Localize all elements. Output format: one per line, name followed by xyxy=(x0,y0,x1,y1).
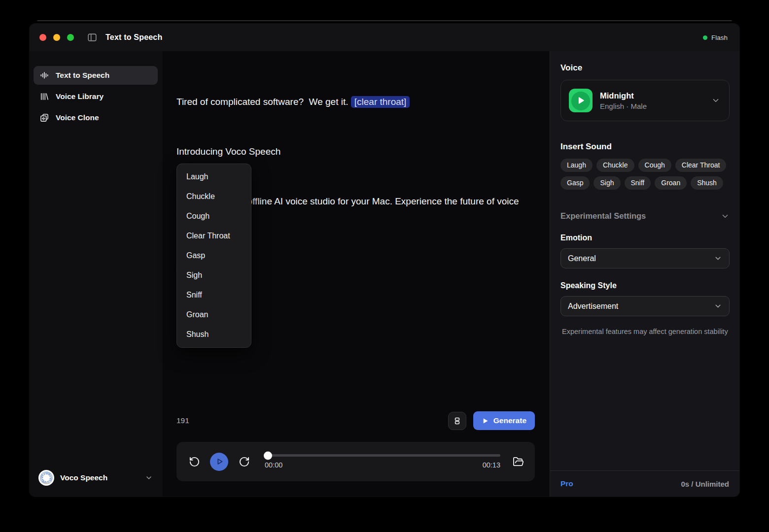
redo-audio-button[interactable] xyxy=(238,456,250,467)
reveal-file-button[interactable] xyxy=(512,456,524,467)
sidebar-item-label: Voice Clone xyxy=(56,113,99,122)
insert-sound-chip[interactable]: Chuckle xyxy=(596,159,634,172)
editor-text: Tired of complicated software? We get it… xyxy=(176,97,351,107)
app-name: Voco Speech xyxy=(60,473,107,482)
insert-sound-menu-item[interactable]: Gasp xyxy=(180,246,248,266)
generate-label: Generate xyxy=(493,416,526,425)
settings-panel: Voice Midnight English · Male Insert Sou… xyxy=(550,51,739,497)
insert-sound-chip[interactable]: Gasp xyxy=(560,176,590,190)
app-logo xyxy=(38,470,54,486)
voice-selector[interactable]: Midnight English · Male xyxy=(560,80,730,121)
insert-sound-menu-item[interactable]: Cough xyxy=(180,206,248,226)
insert-sound-menu-item[interactable]: Shush xyxy=(180,325,248,344)
insert-sound-menu-item[interactable]: Sigh xyxy=(180,266,248,285)
traffic-lights xyxy=(39,34,74,41)
total-time: 00:13 xyxy=(483,461,500,469)
time-labels: 00:00 00:13 xyxy=(265,461,500,469)
background-window-edge xyxy=(37,20,732,21)
character-count: 191 xyxy=(176,416,189,425)
library-icon xyxy=(39,92,49,101)
title-bar: Text to Speech Flash xyxy=(30,24,739,51)
insert-sound-chip[interactable]: Clear Throat xyxy=(675,159,727,172)
sidebar-item-text-to-speech[interactable]: Text to Speech xyxy=(34,66,158,85)
usage-counter: 0s / Unlimited xyxy=(681,480,729,488)
model-status: Flash xyxy=(703,34,728,41)
speaking-style-select[interactable]: Advertisement xyxy=(560,296,730,316)
insert-sound-menu-item[interactable]: Sniff xyxy=(180,285,248,305)
insert-sound-heading: Insert Sound xyxy=(560,142,730,152)
seek-thumb[interactable] xyxy=(264,451,272,460)
audio-player: 00:00 00:13 xyxy=(176,442,535,481)
editor-paragraph: Introducing Voco Speech xyxy=(176,144,535,159)
voice-name: Midnight xyxy=(600,91,647,100)
insert-sound-menu-item[interactable]: Laugh xyxy=(180,167,248,187)
sound-tag-clear-throat[interactable]: [clear throat] xyxy=(351,96,410,108)
sidebar-item-voice-clone[interactable]: Voice Clone xyxy=(34,108,158,127)
emotion-label: Emotion xyxy=(560,233,730,242)
pro-plan-link[interactable]: Pro xyxy=(560,479,573,488)
chevron-down-icon xyxy=(714,254,722,263)
chevron-down-icon xyxy=(145,474,153,482)
chevron-down-icon xyxy=(714,302,722,310)
voice-preview-button[interactable] xyxy=(569,89,593,112)
main-area: Tired of complicated software? We get it… xyxy=(163,51,550,497)
status-dot-icon xyxy=(703,35,707,40)
play-audio-button[interactable] xyxy=(210,453,228,471)
zoom-window-button[interactable] xyxy=(67,34,74,41)
editor-paragraph: Tired of complicated software? We get it… xyxy=(176,95,535,109)
split-paragraphs-button[interactable] xyxy=(448,412,466,430)
chevron-down-icon xyxy=(721,212,730,221)
close-window-button[interactable] xyxy=(39,34,46,41)
split-stack-icon xyxy=(453,416,462,426)
insert-sound-menu: Laugh Chuckle Cough Clear Throat Gasp Si… xyxy=(176,164,251,348)
sidebar-item-label: Voice Library xyxy=(56,92,104,101)
sidebar-toggle-icon[interactable] xyxy=(87,32,98,43)
editor-toolbar: 191 Generate xyxy=(176,411,535,430)
play-icon xyxy=(482,417,489,425)
insert-sound-chip[interactable]: Groan xyxy=(655,176,687,190)
sidebar: Text to Speech Voice Library xyxy=(30,51,163,497)
minimize-window-button[interactable] xyxy=(53,34,60,41)
voice-section-heading: Voice xyxy=(560,63,730,73)
insert-sound-chip[interactable]: Sniff xyxy=(625,176,651,190)
insert-sound-chips: Laugh Chuckle Cough Clear Throat Gasp Si… xyxy=(560,159,730,190)
status-label: Flash xyxy=(711,34,728,41)
generate-button[interactable]: Generate xyxy=(473,411,535,430)
insert-sound-menu-item[interactable]: Groan xyxy=(180,305,248,325)
seek-area: 00:00 00:13 xyxy=(265,454,500,469)
window-content: Text to Speech Voice Library xyxy=(30,51,739,497)
current-time: 00:00 xyxy=(265,461,282,469)
speaking-style-value: Advertisement xyxy=(568,302,618,311)
chevron-down-icon xyxy=(711,96,720,105)
clone-voice-icon xyxy=(39,113,49,123)
insert-sound-chip[interactable]: Shush xyxy=(691,176,723,190)
experimental-note: Experimental features may affect generat… xyxy=(560,327,730,337)
app-window: Text to Speech Flash Text to Speech xyxy=(30,24,739,497)
restart-audio-button[interactable] xyxy=(188,456,200,467)
emotion-value: General xyxy=(568,254,596,263)
voice-info: Midnight English · Male xyxy=(600,91,647,110)
plan-footer: Pro 0s / Unlimited xyxy=(550,470,739,497)
speaking-style-label: Speaking Style xyxy=(560,281,730,290)
sidebar-item-voice-library[interactable]: Voice Library xyxy=(34,87,158,106)
insert-sound-chip[interactable]: Cough xyxy=(638,159,671,172)
voice-meta: English · Male xyxy=(600,102,647,110)
experimental-settings-heading: Experimental Settings xyxy=(560,211,646,221)
insert-sound-menu-item[interactable]: Clear Throat xyxy=(180,226,248,246)
insert-sound-chip[interactable]: Sigh xyxy=(594,176,620,190)
account-switcher[interactable]: Voco Speech xyxy=(34,466,158,490)
insert-sound-chip[interactable]: Laugh xyxy=(560,159,593,172)
experimental-settings-toggle[interactable]: Experimental Settings xyxy=(560,211,730,221)
seek-bar[interactable] xyxy=(265,454,500,457)
window-title: Text to Speech xyxy=(105,33,162,42)
emotion-select[interactable]: General xyxy=(560,248,730,268)
insert-sound-menu-item[interactable]: Chuckle xyxy=(180,187,248,206)
sidebar-item-label: Text to Speech xyxy=(56,71,109,80)
waveform-icon xyxy=(39,70,49,80)
